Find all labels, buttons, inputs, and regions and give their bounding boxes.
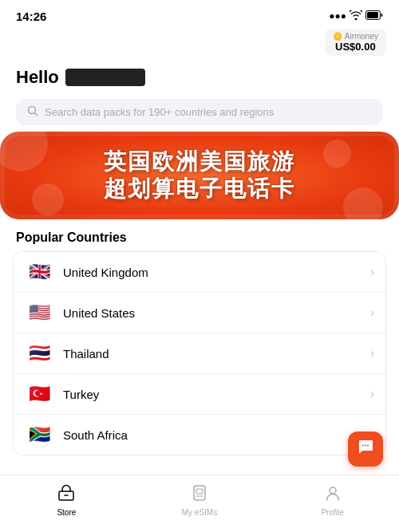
country-item-th[interactable]: 🇹🇭 Thailand › xyxy=(14,333,385,374)
profile-icon xyxy=(324,484,342,506)
bottom-nav: Store My eSIMs Profile xyxy=(0,475,399,532)
flag-tr: 🇹🇷 xyxy=(25,384,53,404)
airmoney-label: 🪙 Airmoney xyxy=(333,32,378,41)
flag-uk: 🇬🇧 xyxy=(25,262,53,282)
nav-item-store[interactable]: Store xyxy=(42,484,90,517)
status-bar: 14:26 ●●● xyxy=(0,0,399,29)
store-icon xyxy=(57,484,75,506)
nav-item-esims[interactable]: My eSIMs xyxy=(176,484,223,517)
svg-point-10 xyxy=(330,487,336,494)
svg-rect-1 xyxy=(367,12,378,18)
esims-icon xyxy=(191,484,208,506)
country-item-uk[interactable]: 🇬🇧 United Kingdom › xyxy=(14,252,385,293)
hello-text: Hello xyxy=(16,67,383,88)
search-bar[interactable]: Search data packs for 190+ countries and… xyxy=(16,99,383,125)
svg-point-5 xyxy=(367,444,369,446)
countries-section: Popular Countries 🇬🇧 United Kingdom › 🇺🇸… xyxy=(0,227,399,455)
promo-deco-4 xyxy=(32,183,64,215)
chevron-us-icon: › xyxy=(370,305,374,320)
nav-profile-label: Profile xyxy=(321,508,343,517)
hello-section: Hello xyxy=(0,61,399,94)
chat-icon xyxy=(357,439,374,460)
chevron-th-icon: › xyxy=(370,346,374,361)
signal-icon: ●●● xyxy=(329,10,346,22)
country-name-us: United States xyxy=(63,306,361,320)
svg-rect-7 xyxy=(194,486,205,500)
country-name-za: South Africa xyxy=(63,428,361,442)
svg-rect-8 xyxy=(196,489,203,494)
chevron-uk-icon: › xyxy=(370,265,374,279)
section-title: Popular Countries xyxy=(13,231,386,245)
promo-line-1: 英国欧洲美国旅游 xyxy=(104,148,295,175)
header: 🪙 Airmoney US$0.00 xyxy=(0,29,399,61)
svg-point-3 xyxy=(362,444,364,446)
nav-item-profile[interactable]: Profile xyxy=(309,484,357,517)
nav-esims-label: My eSIMs xyxy=(182,508,217,517)
promo-deco-3 xyxy=(323,140,351,167)
country-item-us[interactable]: 🇺🇸 United States › xyxy=(14,293,385,333)
flag-us: 🇺🇸 xyxy=(25,302,53,323)
country-item-tr[interactable]: 🇹🇷 Turkey › xyxy=(14,374,385,415)
promo-banner: 英国欧洲美国旅游 超划算电子电话卡 xyxy=(0,132,399,219)
battery-icon xyxy=(365,10,383,22)
flag-th: 🇹🇭 xyxy=(25,343,53,364)
promo-line-2: 超划算电子电话卡 xyxy=(104,175,295,203)
country-name-tr: Turkey xyxy=(63,388,361,401)
country-name-uk: United Kingdom xyxy=(63,266,361,279)
flag-za: 🇿🇦 xyxy=(25,424,53,445)
chat-fab-button[interactable] xyxy=(348,432,383,467)
search-icon xyxy=(27,105,38,119)
country-item-za[interactable]: 🇿🇦 South Africa › xyxy=(14,415,385,455)
username-redacted xyxy=(65,69,145,86)
status-time: 14:26 xyxy=(16,10,46,23)
svg-point-4 xyxy=(365,444,366,446)
promo-deco-1 xyxy=(0,132,48,171)
status-icons: ●●● xyxy=(329,10,383,22)
country-name-th: Thailand xyxy=(63,347,361,361)
nav-store-label: Store xyxy=(57,508,76,517)
airmoney-value: US$0.00 xyxy=(333,41,378,53)
promo-deco-2 xyxy=(343,187,383,219)
search-placeholder: Search data packs for 190+ countries and… xyxy=(45,106,274,118)
country-list: 🇬🇧 United Kingdom › 🇺🇸 United States › 🇹… xyxy=(13,251,386,455)
chevron-tr-icon: › xyxy=(370,387,374,401)
wifi-icon xyxy=(350,10,362,22)
airmoney-box[interactable]: 🪙 Airmoney US$0.00 xyxy=(325,29,386,56)
